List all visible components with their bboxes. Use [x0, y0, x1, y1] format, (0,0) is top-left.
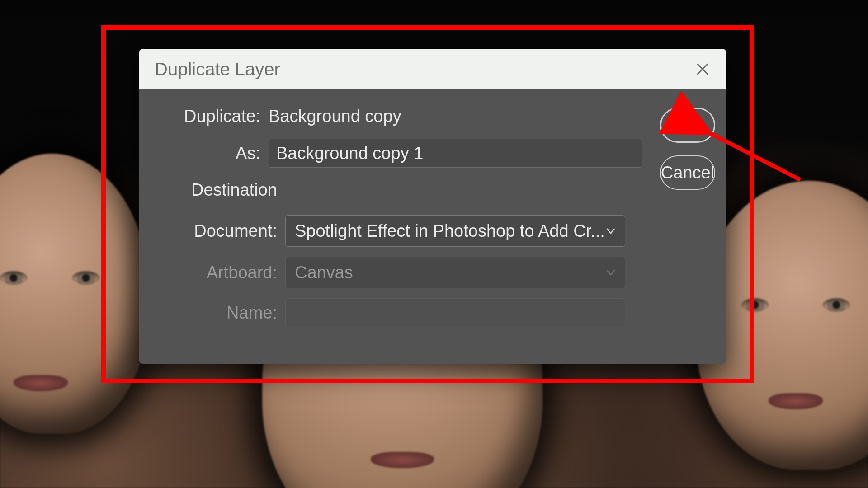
destination-group: Destination Document: Spotlight Effect i…: [163, 180, 642, 343]
duplicate-row: Duplicate: Background copy: [156, 107, 642, 126]
name-row: Name:: [172, 298, 625, 327]
background-face-left: [0, 154, 149, 434]
ok-button[interactable]: OK: [660, 108, 715, 143]
name-label: Name:: [172, 303, 285, 323]
artboard-row: Artboard: Canvas: [172, 257, 625, 288]
dialog-title: Duplicate Layer: [155, 59, 280, 80]
chevron-down-icon: [605, 267, 617, 278]
dialog-titlebar[interactable]: Duplicate Layer: [139, 49, 726, 89]
artboard-label: Artboard:: [172, 263, 285, 282]
document-select[interactable]: Spotlight Effect in Photoshop to Add Cr.…: [285, 215, 625, 247]
close-button[interactable]: [692, 58, 713, 80]
chevron-down-icon: [605, 225, 617, 237]
duplicate-label: Duplicate:: [156, 107, 269, 126]
document-row: Document: Spotlight Effect in Photoshop …: [172, 215, 625, 247]
document-label: Document:: [172, 221, 285, 241]
as-row: As:: [156, 139, 642, 168]
destination-name-input: [285, 298, 625, 327]
artboard-select-value: Canvas: [295, 263, 353, 282]
ok-button-label: OK: [675, 116, 700, 135]
as-label: As:: [156, 144, 269, 163]
cancel-button[interactable]: Cancel: [660, 155, 715, 190]
as-name-input[interactable]: [269, 139, 642, 168]
duplicate-source-name: Background copy: [269, 107, 401, 126]
duplicate-layer-dialog: Duplicate Layer Duplicate: Background co…: [139, 49, 726, 364]
cancel-button-label: Cancel: [661, 163, 714, 183]
close-icon: [695, 62, 710, 76]
destination-legend: Destination: [185, 180, 283, 200]
document-select-value: Spotlight Effect in Photoshop to Add Cr.…: [295, 221, 605, 241]
artboard-select: Canvas: [285, 257, 625, 288]
